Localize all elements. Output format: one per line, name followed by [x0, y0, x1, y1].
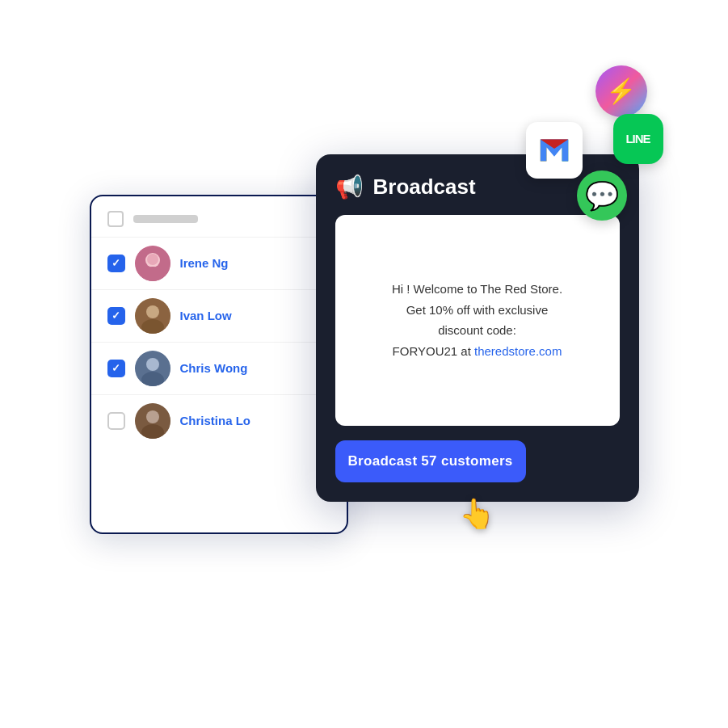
- cursor-pointer: 👆: [459, 497, 495, 531]
- checkbox-chris[interactable]: ✓: [107, 360, 125, 377]
- svg-point-3: [147, 254, 158, 265]
- button-area: Broadcast 57 customers 👆: [335, 440, 620, 482]
- line-icon: LINE: [613, 114, 663, 164]
- message-preview-box: Hi ! Welcome to The Red Store. Get 10% o…: [335, 215, 620, 426]
- header-decoration: [133, 215, 198, 223]
- customer-name-christina: Christina Lo: [180, 414, 251, 427]
- avatar-chris: [135, 351, 170, 386]
- customer-list-card: ✓ Irene Ng ✓: [90, 195, 348, 534]
- list-item[interactable]: ✓ Ivan Low: [91, 289, 347, 342]
- message-link: theredstore.com: [474, 344, 562, 358]
- gmail-icon: [526, 122, 583, 179]
- list-item[interactable]: Christina Lo: [91, 394, 347, 447]
- svg-point-11: [146, 410, 159, 423]
- svg-point-8: [146, 358, 159, 371]
- list-header: [91, 196, 347, 237]
- messenger-icon: ⚡: [595, 65, 647, 117]
- avatar-irene: [135, 246, 170, 281]
- avatar-christina: [135, 403, 170, 439]
- checkbox-irene[interactable]: ✓: [107, 255, 125, 272]
- message-text: Hi ! Welcome to The Red Store. Get 10% o…: [392, 279, 562, 361]
- customer-name-ivan: Ivan Low: [180, 309, 232, 322]
- svg-point-5: [146, 305, 159, 318]
- avatar-ivan: [135, 298, 170, 334]
- broadcast-title: Broadcast: [373, 175, 476, 200]
- list-item[interactable]: ✓ Chris Wong: [91, 342, 347, 394]
- imessage-icon: 💬: [577, 170, 627, 221]
- list-item[interactable]: ✓ Irene Ng: [91, 237, 347, 289]
- checkbox-christina[interactable]: [107, 412, 125, 430]
- select-all-checkbox[interactable]: [107, 211, 124, 227]
- broadcast-button[interactable]: Broadcast 57 customers: [335, 440, 526, 482]
- scene: ⚡ 💬 LINE ✓: [90, 130, 639, 599]
- customer-name-chris: Chris Wong: [180, 361, 248, 375]
- megaphone-icon: 📢: [335, 174, 364, 200]
- customer-name-irene: Irene Ng: [180, 256, 229, 270]
- checkbox-ivan[interactable]: ✓: [107, 307, 125, 325]
